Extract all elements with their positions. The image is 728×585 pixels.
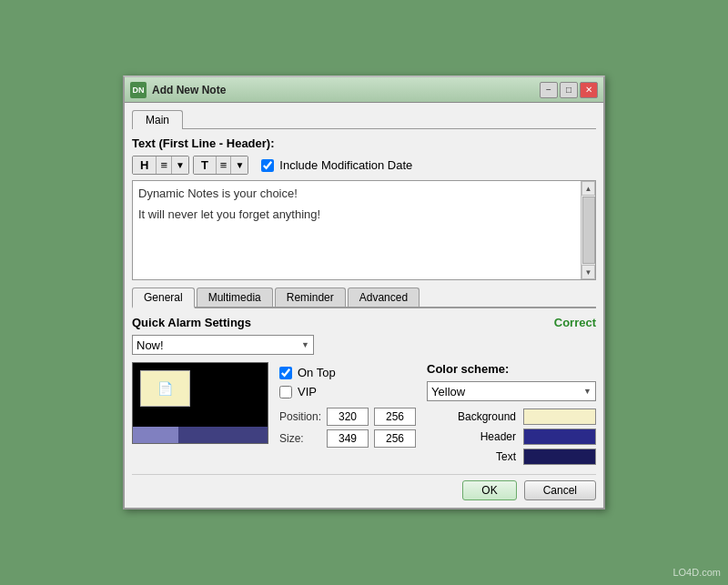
color-scheme-col: Color scheme: Yellow ▼ Background Header xyxy=(427,362,596,465)
text-scrollbar[interactable]: ▲ ▼ xyxy=(581,181,595,279)
text-swatch[interactable] xyxy=(523,449,596,465)
text-color-row: Text xyxy=(427,449,596,465)
window-body: Main Text (First Line - Header): H ≡ ▼ T… xyxy=(125,103,603,508)
tab-reminder[interactable]: Reminder xyxy=(275,287,346,307)
color-scheme-dropdown[interactable]: Yellow ▼ xyxy=(427,381,596,401)
preview-taskbar-highlight xyxy=(133,427,178,443)
correct-label: Correct xyxy=(554,316,596,329)
note-icon: 📄 xyxy=(157,381,173,396)
text-section-label: Text (First Line - Header): xyxy=(132,136,596,150)
text-dropdown-button[interactable]: ▼ xyxy=(231,156,248,174)
on-top-checkbox[interactable] xyxy=(279,367,292,379)
scroll-up-arrow[interactable]: ▲ xyxy=(581,181,595,196)
tab-advanced[interactable]: Advanced xyxy=(348,287,420,307)
maximize-button[interactable]: □ xyxy=(560,82,578,98)
vip-label: VIP xyxy=(298,385,317,398)
preview-taskbar xyxy=(133,427,268,443)
text-align-icon: ≡ xyxy=(217,156,232,174)
tab-general[interactable]: General xyxy=(132,287,195,308)
footer-row: OK Cancel xyxy=(132,474,596,500)
settings-row: 📄 On Top VIP xyxy=(132,362,596,465)
quick-alarm-label: Quick Alarm Settings xyxy=(132,316,251,329)
size-h-input[interactable]: 256 xyxy=(374,429,416,448)
quick-alarm-header: Quick Alarm Settings Correct xyxy=(132,316,596,329)
cancel-button[interactable]: Cancel xyxy=(524,480,596,500)
alarm-value: Now! xyxy=(136,338,164,352)
pos-size-grid: Position: 320 256 Size: 349 256 xyxy=(279,408,416,448)
header-color-row: Header xyxy=(427,429,596,445)
window-title: Add New Note xyxy=(152,84,540,96)
header-swatch[interactable] xyxy=(523,429,596,445)
size-label: Size: xyxy=(279,432,321,445)
app-icon: DN xyxy=(130,82,147,98)
scroll-thumb[interactable] xyxy=(582,197,595,264)
text-line-1: Dynamic Notes is your choice! xyxy=(138,187,575,200)
include-mod-date-label: Include Modification Date xyxy=(279,158,412,172)
close-button[interactable]: ✕ xyxy=(580,82,598,98)
include-mod-date-checkbox[interactable] xyxy=(261,159,274,172)
on-top-row: On Top xyxy=(279,366,416,379)
alarm-dropdown[interactable]: Now! ▼ xyxy=(132,335,314,355)
position-x-input[interactable]: 320 xyxy=(327,408,369,426)
color-dropdown-arrow: ▼ xyxy=(583,387,592,396)
text-content: Dynamic Notes is your choice! It will ne… xyxy=(133,181,581,279)
text-button[interactable]: T xyxy=(194,156,217,174)
title-bar: DN Add New Note − □ ✕ xyxy=(125,77,603,103)
add-note-window: DN Add New Note − □ ✕ Main Text (First L… xyxy=(123,76,605,509)
text-format-group: T ≡ ▼ xyxy=(193,156,248,175)
scroll-down-arrow[interactable]: ▼ xyxy=(581,265,595,279)
header-dropdown-button[interactable]: ▼ xyxy=(172,156,188,174)
text-color-label: Text xyxy=(461,450,516,463)
options-col: On Top VIP Position: 320 256 Size: 349 2… xyxy=(279,362,416,465)
general-tab-content: Quick Alarm Settings Correct Now! ▼ 📄 xyxy=(132,316,596,500)
color-scheme-value: Yellow xyxy=(431,385,465,398)
bottom-tab-bar: General Multimedia Reminder Advanced xyxy=(132,287,596,308)
background-color-row: Background xyxy=(427,408,596,425)
bold-header-button[interactable]: H xyxy=(133,156,157,174)
vip-row: VIP xyxy=(279,385,416,398)
preview-note-card: 📄 xyxy=(140,370,190,407)
toolbar-row: H ≡ ▼ T ≡ ▼ Include Modification Date xyxy=(132,156,596,175)
include-mod-date-row: Include Modification Date xyxy=(261,158,412,172)
vip-checkbox[interactable] xyxy=(279,386,292,398)
position-y-input[interactable]: 256 xyxy=(374,408,416,426)
size-w-input[interactable]: 349 xyxy=(327,429,369,448)
window-controls: − □ ✕ xyxy=(540,82,598,98)
color-swatches: Background Header Text xyxy=(427,408,596,465)
align-icon: ≡ xyxy=(157,156,172,174)
alarm-dropdown-arrow: ▼ xyxy=(301,340,309,349)
color-scheme-label: Color scheme: xyxy=(427,362,596,376)
ok-button[interactable]: OK xyxy=(462,480,516,500)
on-top-label: On Top xyxy=(298,366,336,379)
note-preview: 📄 xyxy=(132,362,268,444)
main-tab-bar: Main xyxy=(132,110,596,129)
tab-multimedia[interactable]: Multimedia xyxy=(197,287,273,307)
header-label: Header xyxy=(461,430,516,443)
tab-main[interactable]: Main xyxy=(132,110,183,129)
text-line-2: It will never let you forget anything! xyxy=(138,207,575,221)
position-label: Position: xyxy=(279,410,321,423)
header-format-group: H ≡ ▼ xyxy=(132,156,189,175)
watermark: LO4D.com xyxy=(672,567,721,578)
note-text-area[interactable]: Dynamic Notes is your choice! It will ne… xyxy=(132,180,596,280)
background-swatch[interactable] xyxy=(523,408,596,425)
background-label: Background xyxy=(458,410,516,423)
minimize-button[interactable]: − xyxy=(540,82,558,98)
